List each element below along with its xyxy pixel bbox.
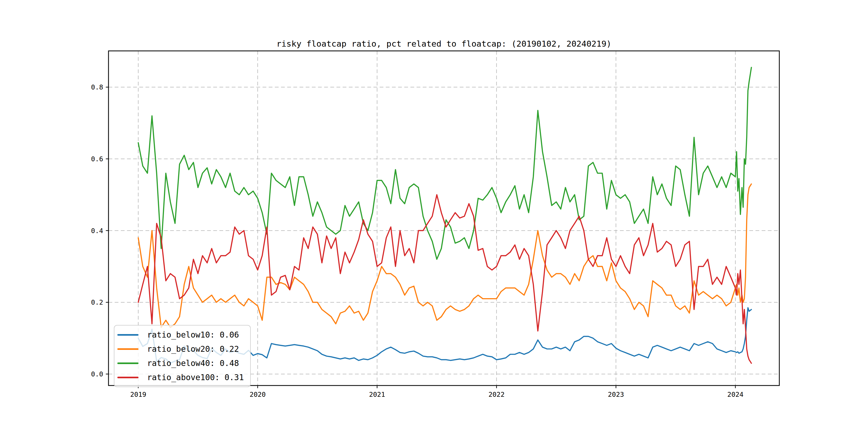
legend-line-swatch-orange: [117, 348, 138, 350]
x-tick-label: 2021: [369, 391, 385, 398]
series-lines: [138, 67, 751, 363]
legend-item: ratio_below40: 0.48: [114, 356, 250, 370]
series-line-ratio_below20: [138, 184, 751, 328]
y-tick-label: 0.8: [91, 83, 103, 91]
legend-line-swatch-green: [117, 363, 138, 364]
y-tick-label: 0.0: [91, 370, 103, 378]
y-tick-label: 0.6: [91, 155, 103, 163]
legend-label: ratio_below40: 0.48: [147, 359, 239, 368]
figure-root: { "chart_data": { "type": "line", "title…: [0, 0, 868, 434]
x-tick-label: 2024: [727, 391, 743, 398]
legend-label: ratio_below20: 0.22: [147, 344, 239, 353]
x-tick-label: 2019: [130, 391, 146, 398]
x-tick-label: 2020: [250, 391, 266, 398]
x-tick-label: 2022: [488, 391, 504, 398]
legend-item: ratio_below20: 0.22: [114, 342, 250, 356]
legend-line-swatch-red: [117, 377, 138, 378]
legend-label: ratio_below10: 0.06: [147, 330, 239, 339]
legend-item: ratio_below10: 0.06: [114, 328, 250, 342]
chart-legend: ratio_below10: 0.06 ratio_below20: 0.22 …: [114, 325, 251, 387]
chart-title: risky floatcap ratio, pct related to flo…: [277, 39, 611, 49]
x-tick-label: 2023: [608, 391, 624, 398]
y-tick-label: 0.2: [91, 299, 103, 306]
y-tick-label: 0.4: [91, 227, 103, 235]
legend-item: ratio_above100: 0.31: [114, 370, 250, 384]
legend-label: ratio_above100: 0.31: [147, 373, 244, 382]
legend-line-swatch-blue: [117, 334, 138, 336]
